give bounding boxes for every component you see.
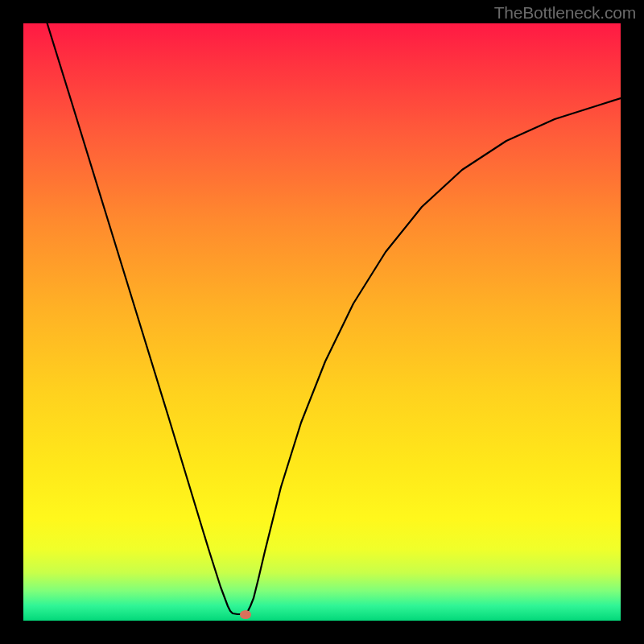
bottleneck-curve xyxy=(23,23,621,621)
watermark-text: TheBottleneck.com xyxy=(494,3,636,23)
gradient-plot-area xyxy=(23,23,621,621)
bottleneck-marker xyxy=(240,610,251,619)
